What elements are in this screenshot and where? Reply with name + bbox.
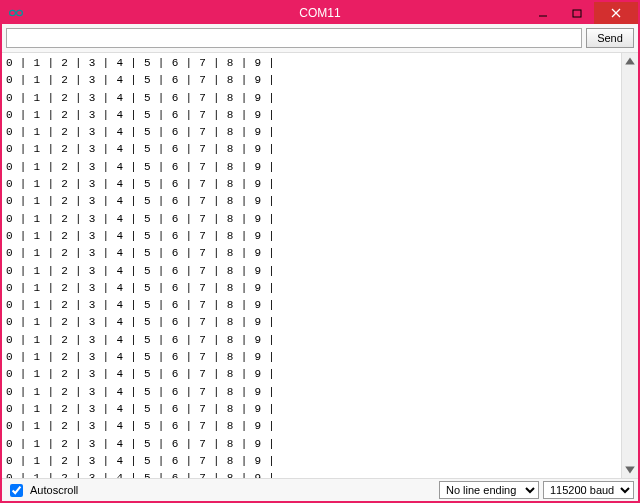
arduino-icon: [6, 3, 26, 23]
statusbar: Autoscroll No line endingNewlineCarriage…: [2, 478, 638, 501]
svg-rect-3: [573, 10, 581, 17]
baud-rate-select[interactable]: 9600 baud19200 baud38400 baud57600 baud1…: [543, 481, 634, 499]
window-controls: [526, 2, 638, 24]
close-icon: [611, 8, 621, 18]
serial-input-wrap: [6, 28, 582, 48]
serial-output[interactable]: 0 | 1 | 2 | 3 | 4 | 5 | 6 | 7 | 8 | 9 | …: [2, 53, 621, 478]
input-toolbar: Send: [2, 24, 638, 53]
vertical-scrollbar[interactable]: [621, 53, 638, 478]
close-button[interactable]: [594, 2, 638, 24]
minimize-button[interactable]: [526, 2, 560, 24]
content-area: 0 | 1 | 2 | 3 | 4 | 5 | 6 | 7 | 8 | 9 | …: [2, 53, 638, 478]
svg-point-1: [17, 10, 23, 15]
scroll-down-icon[interactable]: [624, 464, 636, 476]
svg-marker-7: [625, 466, 635, 473]
svg-point-0: [10, 10, 16, 15]
maximize-icon: [572, 8, 582, 18]
serial-monitor-window: COM11 Send 0 | 1 | 2 | 3 | 4 | 5 | 6 | 7…: [0, 0, 640, 503]
autoscroll-label: Autoscroll: [30, 484, 78, 496]
minimize-icon: [538, 8, 548, 18]
titlebar[interactable]: COM11: [2, 2, 638, 24]
autoscroll-toggle[interactable]: Autoscroll: [6, 481, 78, 500]
svg-marker-6: [625, 57, 635, 64]
serial-input[interactable]: [6, 28, 582, 48]
line-ending-select[interactable]: No line endingNewlineCarriage returnBoth…: [439, 481, 539, 499]
maximize-button[interactable]: [560, 2, 594, 24]
send-button[interactable]: Send: [586, 28, 634, 48]
scroll-up-icon[interactable]: [624, 55, 636, 67]
autoscroll-checkbox[interactable]: [10, 484, 23, 497]
